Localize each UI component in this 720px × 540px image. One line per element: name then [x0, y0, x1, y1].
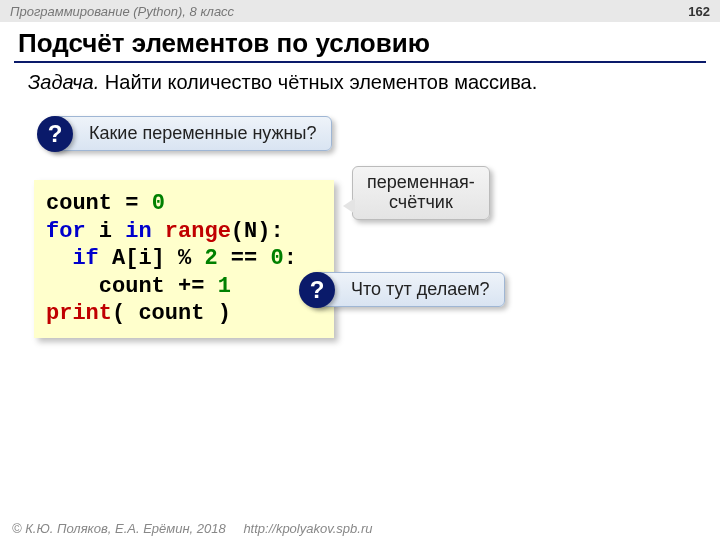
code-indent: [46, 274, 99, 299]
annotation-line2: счётчик: [389, 192, 453, 212]
code-literal: 0: [270, 246, 283, 271]
code-text: count +=: [99, 274, 218, 299]
question-callout-1: ? Какие переменные нужны?: [48, 116, 332, 151]
code-builtin: print: [46, 301, 112, 326]
callout-tail: [343, 198, 355, 214]
code-text: [152, 219, 165, 244]
page-title: Подсчёт элементов по условию: [0, 22, 720, 61]
code-literal: 0: [152, 191, 165, 216]
task-text: Задача. Найти количество чётных элементо…: [0, 71, 720, 106]
code-text: count =: [46, 191, 152, 216]
copyright-text: © К.Ю. Поляков, Е.А. Ерёмин, 2018: [12, 521, 226, 536]
title-underline: [14, 61, 706, 63]
question-text-2: Что тут делаем?: [351, 279, 490, 299]
code-indent: [46, 246, 72, 271]
question-mark-icon: ?: [299, 272, 335, 308]
annotation-counter-var: переменная- счётчик: [352, 166, 490, 220]
code-text: (N):: [231, 219, 284, 244]
footer: © К.Ю. Поляков, Е.А. Ерёмин, 2018 http:/…: [12, 521, 372, 536]
code-keyword: for: [46, 219, 86, 244]
code-block: count = 0 for i in range(N): if A[i] % 2…: [34, 180, 334, 338]
code-keyword: if: [72, 246, 98, 271]
code-literal: 2: [204, 246, 217, 271]
course-label: Программирование (Python), 8 класс: [10, 4, 234, 19]
question-text-1: Какие переменные нужны?: [89, 123, 317, 143]
code-literal: 1: [218, 274, 231, 299]
code-text: A[i] %: [99, 246, 205, 271]
code-text: ( count ): [112, 301, 231, 326]
code-keyword: in: [125, 219, 151, 244]
footer-url: http://kpolyakov.spb.ru: [243, 521, 372, 536]
header-bar: Программирование (Python), 8 класс 162: [0, 0, 720, 22]
code-text: :: [284, 246, 297, 271]
question-mark-icon: ?: [37, 116, 73, 152]
page-number: 162: [688, 4, 710, 19]
task-body: Найти количество чётных элементов массив…: [99, 71, 537, 93]
question-callout-2: ? Что тут делаем?: [310, 272, 505, 307]
code-text: i: [86, 219, 126, 244]
code-text: ==: [218, 246, 271, 271]
annotation-line1: переменная-: [367, 172, 475, 192]
task-label: Задача.: [28, 71, 99, 93]
code-builtin: range: [165, 219, 231, 244]
